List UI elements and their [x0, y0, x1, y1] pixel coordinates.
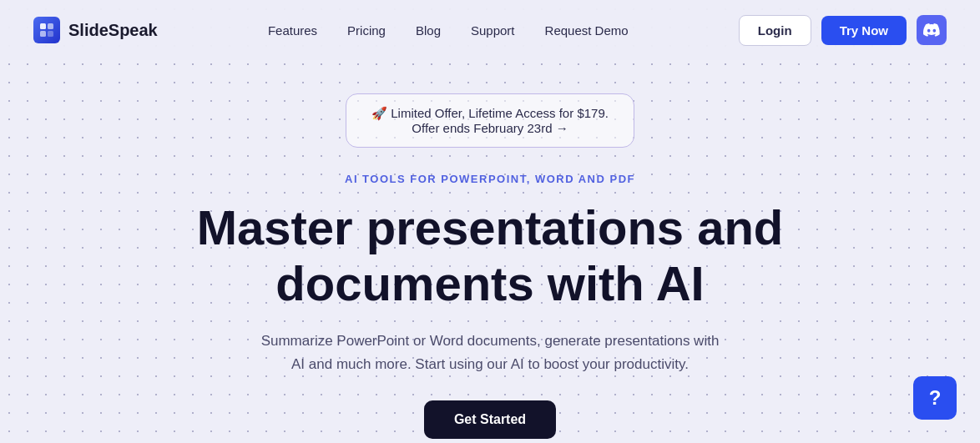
nav-pricing[interactable]: Pricing	[347, 23, 386, 38]
svg-rect-2	[40, 31, 46, 37]
help-button[interactable]: ?	[913, 376, 957, 420]
brand-name: SlideSpeak	[68, 21, 158, 40]
offer-banner[interactable]: 🚀 Limited Offer, Lifetime Access for $17…	[346, 93, 634, 148]
hero-heading-line1: Master presentations and	[197, 200, 784, 254]
try-now-button[interactable]: Try Now	[821, 16, 907, 45]
hero-subtitle: AI TOOLS FOR POWERPOINT, WORD AND PDF	[345, 173, 635, 185]
hero-description: Summarize PowerPoint or Word documents, …	[256, 330, 724, 375]
nav-blog[interactable]: Blog	[416, 23, 441, 38]
hero-section: 🚀 Limited Offer, Lifetime Access for $17…	[0, 60, 980, 443]
svg-rect-0	[40, 23, 46, 29]
nav-support[interactable]: Support	[471, 23, 515, 38]
nav-features[interactable]: Features	[268, 23, 317, 38]
hero-heading-line2: documents with AI	[275, 256, 704, 310]
offer-line2: Offer ends February 23rd →	[371, 121, 609, 135]
navbar-actions: Login Try Now	[739, 15, 947, 46]
login-button[interactable]: Login	[739, 15, 811, 46]
discord-button[interactable]	[917, 15, 947, 45]
offer-line1: 🚀 Limited Offer, Lifetime Access for $17…	[371, 106, 609, 121]
nav-request-demo[interactable]: Request Demo	[545, 23, 629, 38]
navbar-logo-area: SlideSpeak	[33, 17, 158, 43]
help-icon: ?	[929, 386, 942, 410]
cta-button[interactable]: Get Started	[424, 400, 556, 439]
logo-icon	[33, 17, 60, 43]
hero-heading: Master presentations and documents with …	[197, 200, 784, 311]
navbar: SlideSpeak Features Pricing Blog Support…	[0, 0, 980, 60]
navbar-links: Features Pricing Blog Support Request De…	[268, 23, 629, 38]
svg-rect-3	[48, 31, 53, 37]
svg-rect-1	[48, 23, 53, 29]
